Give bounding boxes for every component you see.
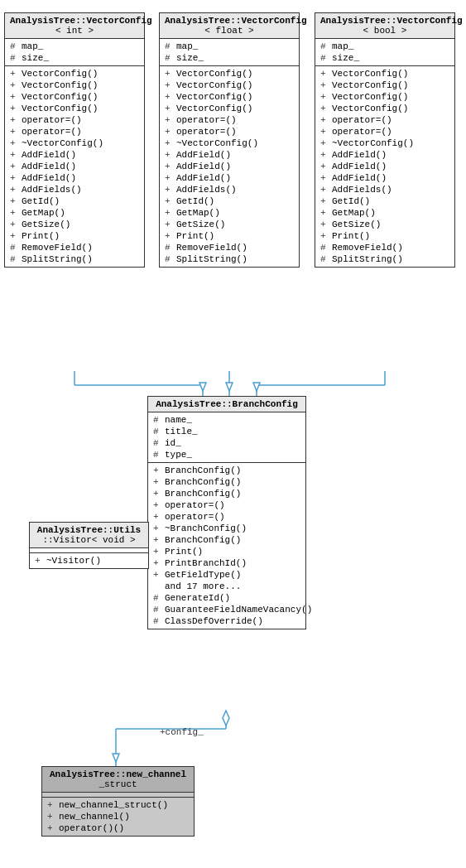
table-row: +AddField() — [315, 149, 454, 161]
vectorconfig-bool-header: AnalysisTree::VectorConfig < bool > — [315, 13, 454, 39]
table-row: +GetFieldType() — [148, 569, 305, 581]
table-row: #GenerateId() — [148, 592, 305, 604]
table-row: +AddField() — [315, 161, 454, 172]
vectorconfig-int-methods: +VectorConfig() +VectorConfig() +VectorC… — [5, 66, 144, 267]
table-row: +AddFields() — [160, 184, 299, 195]
table-row: +AddField() — [5, 149, 144, 161]
table-row: +Print() — [5, 230, 144, 242]
table-row: +BranchConfig() — [148, 488, 305, 499]
table-row: +~VectorConfig() — [160, 137, 299, 149]
table-row: +operator=() — [315, 126, 454, 137]
table-row: +BranchConfig() — [148, 476, 305, 488]
branchconfig-fields: #name_ #title_ #id_ #type_ — [148, 412, 305, 463]
table-row: +VectorConfig() — [5, 91, 144, 103]
vectorconfig-float-title: AnalysisTree::VectorConfig — [165, 16, 294, 26]
vectorconfig-float-fields: #map_ #size_ — [160, 39, 299, 66]
table-row: +operator()() — [42, 822, 194, 834]
table-row: +VectorConfig() — [5, 103, 144, 114]
table-row: +VectorConfig() — [315, 91, 454, 103]
vectorconfig-float-methods: +VectorConfig() +VectorConfig() +VectorC… — [160, 66, 299, 267]
table-row: +GetMap() — [160, 207, 299, 219]
vectorconfig-float-subtitle: < float > — [165, 26, 294, 36]
table-row: and 17 more... — [148, 581, 305, 592]
table-row: +operator=() — [160, 126, 299, 137]
table-row: +~BranchConfig() — [148, 523, 305, 534]
table-row: +AddField() — [160, 149, 299, 161]
table-row: #type_ — [148, 449, 305, 461]
table-row: +VectorConfig() — [315, 68, 454, 80]
table-row: +VectorConfig() — [160, 80, 299, 91]
vectorconfig-bool-title: AnalysisTree::VectorConfig — [320, 16, 449, 26]
vectorconfig-bool-subtitle: < bool > — [320, 26, 449, 36]
vectorconfig-float-header: AnalysisTree::VectorConfig < float > — [160, 13, 299, 39]
new-channel-struct-methods: +new_channel_struct() +new_channel() +op… — [42, 798, 194, 836]
utils-visitor-subtitle: ::Visitor< void > — [35, 535, 143, 545]
table-row: +~VectorConfig() — [5, 137, 144, 149]
table-row: +operator=() — [148, 499, 305, 511]
table-row: #size_ — [160, 52, 299, 64]
vectorconfig-bool-fields: #map_ #size_ — [315, 39, 454, 66]
diagram-container: AnalysisTree::VectorConfig < int > #map_… — [0, 0, 466, 868]
table-row: #name_ — [148, 414, 305, 426]
table-row: +new_channel() — [42, 811, 194, 822]
table-row: +Print() — [315, 230, 454, 242]
table-row: #SplitString() — [160, 253, 299, 265]
branchconfig-title: AnalysisTree::BranchConfig — [153, 399, 300, 409]
svg-marker-10 — [253, 383, 260, 391]
table-row: #ClassDefOverride() — [148, 615, 305, 627]
table-row: +PrintBranchId() — [148, 557, 305, 569]
vectorconfig-int-fields: #map_ #size_ — [5, 39, 144, 66]
svg-marker-6 — [226, 383, 233, 391]
table-row: #map_ — [160, 41, 299, 52]
vectorconfig-int-header: AnalysisTree::VectorConfig < int > — [5, 13, 144, 39]
table-row: #size_ — [315, 52, 454, 64]
table-row: +BranchConfig() — [148, 465, 305, 476]
table-row: +BranchConfig() — [148, 534, 305, 546]
utils-visitor-methods: +~Visitor() — [30, 553, 148, 568]
utils-visitor-box: AnalysisTree::Utils ::Visitor< void > +~… — [29, 522, 149, 569]
vectorconfig-bool-methods: +VectorConfig() +VectorConfig() +VectorC… — [315, 66, 454, 267]
table-row: +~VectorConfig() — [315, 137, 454, 149]
table-row: +operator=() — [5, 126, 144, 137]
table-row: #RemoveField() — [315, 242, 454, 253]
table-row: +new_channel_struct() — [42, 799, 194, 811]
svg-marker-4 — [199, 383, 206, 391]
table-row: +VectorConfig() — [160, 103, 299, 114]
vectorconfig-int-box: AnalysisTree::VectorConfig < int > #map_… — [4, 12, 145, 268]
table-row: +~Visitor() — [30, 555, 148, 567]
table-row: +GetMap() — [315, 207, 454, 219]
vectorconfig-bool-box: AnalysisTree::VectorConfig < bool > #map… — [315, 12, 455, 268]
table-row: +AddField() — [5, 172, 144, 184]
branchconfig-header: AnalysisTree::BranchConfig — [148, 397, 305, 412]
table-row: #id_ — [148, 437, 305, 449]
new-channel-struct-header: AnalysisTree::new_channel _struct — [42, 767, 194, 793]
utils-visitor-header: AnalysisTree::Utils ::Visitor< void > — [30, 523, 148, 548]
table-row: +AddField() — [315, 172, 454, 184]
table-row: +AddField() — [160, 161, 299, 172]
svg-marker-18 — [223, 711, 229, 726]
table-row: +GetSize() — [5, 219, 144, 230]
vectorconfig-float-box: AnalysisTree::VectorConfig < float > #ma… — [159, 12, 300, 268]
table-row: +VectorConfig() — [160, 91, 299, 103]
table-row: #SplitString() — [315, 253, 454, 265]
vectorconfig-int-title: AnalysisTree::VectorConfig — [10, 16, 139, 26]
table-row: #map_ — [5, 41, 144, 52]
new-channel-struct-box: AnalysisTree::new_channel _struct +new_c… — [41, 766, 195, 837]
new-channel-struct-subtitle: _struct — [47, 779, 189, 789]
branchconfig-methods: +BranchConfig() +BranchConfig() +BranchC… — [148, 463, 305, 629]
table-row: +GetMap() — [5, 207, 144, 219]
table-row: #SplitString() — [5, 253, 144, 265]
table-row: +Print() — [148, 546, 305, 557]
branchconfig-box: AnalysisTree::BranchConfig #name_ #title… — [147, 396, 306, 629]
table-row: +GetId() — [5, 195, 144, 207]
table-row: #RemoveField() — [5, 242, 144, 253]
svg-marker-19 — [113, 754, 119, 762]
table-row: +VectorConfig() — [315, 103, 454, 114]
table-row: +VectorConfig() — [5, 80, 144, 91]
table-row: +Print() — [160, 230, 299, 242]
table-row: +AddFields() — [5, 184, 144, 195]
utils-visitor-title: AnalysisTree::Utils — [35, 525, 143, 535]
table-row: +AddField() — [160, 172, 299, 184]
table-row: +operator=() — [160, 114, 299, 126]
config-label: +config_ — [160, 727, 204, 737]
